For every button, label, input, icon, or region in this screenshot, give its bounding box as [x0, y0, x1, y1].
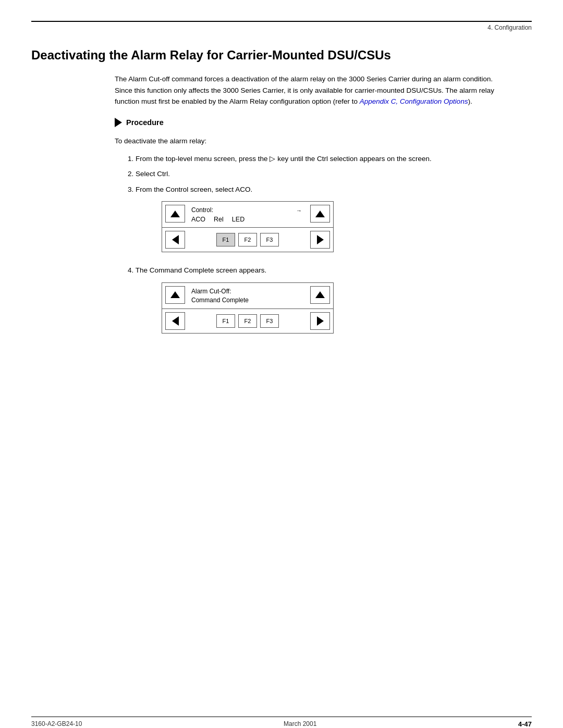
- step-number-4: 4.: [128, 266, 136, 274]
- screen-display-top: Control: → ACO Rel LED: [188, 204, 307, 225]
- content: Deactivating the Alarm Relay for Carrier…: [0, 47, 563, 334]
- nav2-up-left-btn[interactable]: [165, 286, 185, 304]
- screen2-label-complete: Command Complete: [191, 296, 304, 305]
- screen-diagram-2: Alarm Cut-Off: Command Complete: [162, 282, 532, 334]
- nav-back-btn[interactable]: [165, 231, 185, 249]
- footer-doc-number: 3160-A2-GB24-10: [31, 720, 82, 728]
- step-item-2: 2. Select Ctrl.: [123, 168, 480, 180]
- arrow-indicator: →: [296, 207, 302, 214]
- step-text-1: From the top-level menu screen, press th…: [136, 155, 432, 163]
- up2-arrow-left-icon: [170, 291, 180, 298]
- intro-text-after: ).: [468, 97, 472, 105]
- footer-date: March 2001: [284, 720, 316, 728]
- f2-key-2[interactable]: F2: [238, 314, 257, 328]
- nav2-forward-btn[interactable]: [310, 312, 330, 330]
- procedure-title: Procedure: [126, 118, 164, 127]
- menu-item-aco: ACO: [191, 216, 205, 223]
- fkey-row: F1 F2 F3: [188, 230, 307, 250]
- intro-paragraph: The Alarm Cut-off command forces a deact…: [115, 73, 500, 107]
- header-text: 4. Configuration: [487, 24, 532, 31]
- nav-forward-btn[interactable]: [310, 231, 330, 249]
- step-text-2: Select Ctrl.: [136, 170, 170, 178]
- screen-label-control: Control:: [191, 206, 213, 215]
- step-item-3: 3. From the Control screen, select ACO.: [123, 184, 480, 195]
- right-arrow-icon: [317, 235, 324, 244]
- f2-key[interactable]: F2: [238, 233, 257, 246]
- screen2-top-row: Alarm Cut-Off: Command Complete: [162, 283, 333, 310]
- header-bar: 4. Configuration: [31, 21, 532, 31]
- left-arrow-icon: [172, 235, 179, 244]
- appendix-link[interactable]: Appendix C, Configuration Options: [360, 97, 468, 105]
- screen-box-1: Control: → ACO Rel LED: [162, 201, 334, 252]
- f3-key[interactable]: F3: [260, 233, 279, 246]
- nav2-back-btn[interactable]: [165, 312, 185, 330]
- f3-key-2[interactable]: F3: [260, 314, 279, 328]
- up2-arrow-right-icon: [315, 291, 325, 298]
- step-1: 1. From the top-level menu screen, press…: [123, 153, 480, 195]
- menu-item-led: LED: [232, 216, 244, 223]
- footer: 3160-A2-GB24-10 March 2001 4-47: [31, 717, 532, 728]
- menu-item-rel: Rel: [214, 216, 224, 223]
- screen-top-row: Control: → ACO Rel LED: [162, 202, 333, 228]
- step-number-2: 2.: [128, 170, 136, 178]
- step-4: 4. The Command Complete screen appears.: [123, 265, 480, 276]
- page-title: Deactivating the Alarm Relay for Carrier…: [31, 47, 532, 63]
- screen2-bottom-row: F1 F2 F3: [162, 309, 333, 333]
- left2-arrow-icon: [172, 316, 179, 326]
- right2-arrow-icon: [317, 316, 324, 326]
- page: 4. Configuration Deactivating the Alarm …: [0, 21, 563, 728]
- fkey2-row: F1 F2 F3: [188, 311, 307, 331]
- screen-diagram-1: Control: → ACO Rel LED: [162, 201, 532, 252]
- screen-bottom-row: F1 F2 F3: [162, 228, 333, 252]
- step-text-3: From the Control screen, select ACO.: [136, 186, 252, 193]
- footer-page-number: 4-47: [518, 720, 532, 728]
- screen-menu-row: ACO Rel LED: [191, 216, 304, 223]
- step-item-1: 1. From the top-level menu screen, press…: [123, 153, 480, 165]
- up-arrow-right-icon: [315, 211, 325, 217]
- up-arrow-icon: [170, 211, 180, 217]
- f1-key[interactable]: F1: [216, 233, 235, 246]
- step-number-3: 3.: [128, 186, 136, 193]
- step-number-1: 1.: [128, 155, 136, 163]
- nav2-up-right-btn[interactable]: [310, 286, 330, 304]
- screen2-label-alarmcutoff: Alarm Cut-Off:: [191, 287, 304, 296]
- procedure-arrow-icon: [115, 118, 122, 127]
- procedure-header: Procedure: [115, 118, 532, 127]
- step-text-4: The Command Complete screen appears.: [136, 266, 266, 274]
- procedure-intro-text: To deactivate the alarm relay:: [115, 135, 480, 147]
- screen-box-2: Alarm Cut-Off: Command Complete: [162, 282, 334, 334]
- step-item-4: 4. The Command Complete screen appears.: [123, 265, 480, 276]
- nav-up-right-btn[interactable]: [310, 205, 330, 223]
- screen2-display-top: Alarm Cut-Off: Command Complete: [188, 285, 307, 307]
- f1-key-2[interactable]: F1: [216, 314, 235, 328]
- nav-up-left-btn[interactable]: [165, 205, 185, 223]
